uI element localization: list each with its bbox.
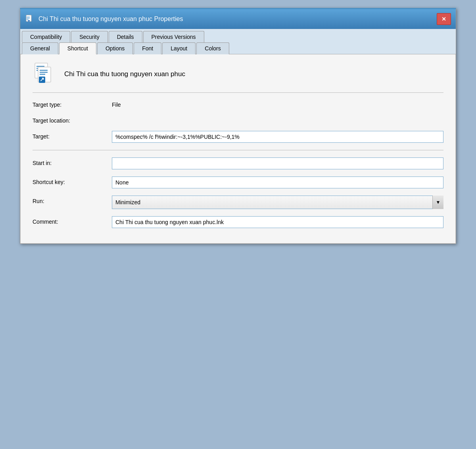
tab-security[interactable]: Security (71, 31, 108, 42)
tab-compatibility[interactable]: Compatibility (22, 31, 70, 42)
svg-rect-2 (27, 18, 30, 19)
tab-general[interactable]: General (22, 42, 58, 54)
target-type-value: File (112, 99, 121, 108)
comment-input[interactable] (112, 216, 443, 228)
properties-window: Chi Thi cua thu tuong nguyen xuan phuc P… (20, 8, 456, 244)
title-bar-left: Chi Thi cua thu tuong nguyen xuan phuc P… (25, 14, 183, 24)
file-header: ↗ Chi Thi cua thu tuong nguyen xuan phuc (33, 62, 443, 93)
shortcut-key-label: Shortcut key: (33, 177, 112, 185)
start-in-label: Start in: (33, 157, 112, 166)
svg-rect-11 (40, 74, 45, 75)
target-input[interactable] (112, 131, 443, 143)
file-name-display: Chi Thi cua thu tuong nguyen xuan phuc (64, 70, 185, 78)
close-button[interactable]: ✕ (437, 13, 451, 25)
target-location-label: Target location: (33, 115, 112, 124)
svg-text:↗: ↗ (40, 76, 44, 83)
form-section: Target type: File Target location: Targe… (33, 99, 443, 228)
file-icon: ↗ (33, 62, 56, 86)
run-row: Run: Normal window Minimized Maximized ▼ (33, 196, 443, 209)
tab-details[interactable]: Details (109, 31, 142, 42)
target-label: Target: (33, 131, 112, 140)
shortcut-key-input[interactable] (112, 177, 443, 188)
target-type-label: Target type: (33, 99, 112, 108)
start-in-row: Start in: (33, 157, 443, 169)
comment-row: Comment: (33, 216, 443, 228)
tab-previous-versions[interactable]: Previous Versions (143, 31, 204, 42)
svg-rect-5 (36, 66, 44, 67)
target-row: Target: (33, 131, 443, 143)
tab-row-1: Compatibility Security Details Previous … (20, 29, 456, 42)
tab-font[interactable]: Font (134, 42, 161, 54)
target-type-row: Target type: File (33, 99, 443, 108)
tab-row-2: General Shortcut Options Font Layout Col… (20, 42, 456, 54)
svg-rect-1 (27, 17, 30, 17)
title-bar: Chi Thi cua thu tuong nguyen xuan phuc P… (20, 9, 456, 29)
target-location-row: Target location: (33, 115, 443, 124)
tab-shortcut[interactable]: Shortcut (59, 42, 96, 54)
tab-layout[interactable]: Layout (162, 42, 196, 54)
svg-rect-3 (27, 19, 29, 20)
tab-colors[interactable]: Colors (196, 42, 229, 54)
start-in-input[interactable] (112, 157, 443, 169)
shortcut-key-row: Shortcut key: (33, 177, 443, 188)
divider-1 (33, 150, 443, 150)
run-label: Run: (33, 196, 112, 204)
svg-rect-10 (40, 72, 48, 73)
tabs-container: Compatibility Security Details Previous … (20, 29, 456, 54)
content-area: ↗ Chi Thi cua thu tuong nguyen xuan phuc… (20, 54, 456, 244)
run-select-wrapper: Normal window Minimized Maximized ▼ (112, 196, 443, 209)
comment-label: Comment: (33, 216, 112, 225)
window-icon (25, 14, 35, 24)
svg-rect-9 (40, 70, 48, 71)
window-title: Chi Thi cua thu tuong nguyen xuan phuc P… (38, 15, 183, 23)
tab-options[interactable]: Options (97, 42, 133, 54)
run-select[interactable]: Normal window Minimized Maximized (112, 196, 443, 209)
